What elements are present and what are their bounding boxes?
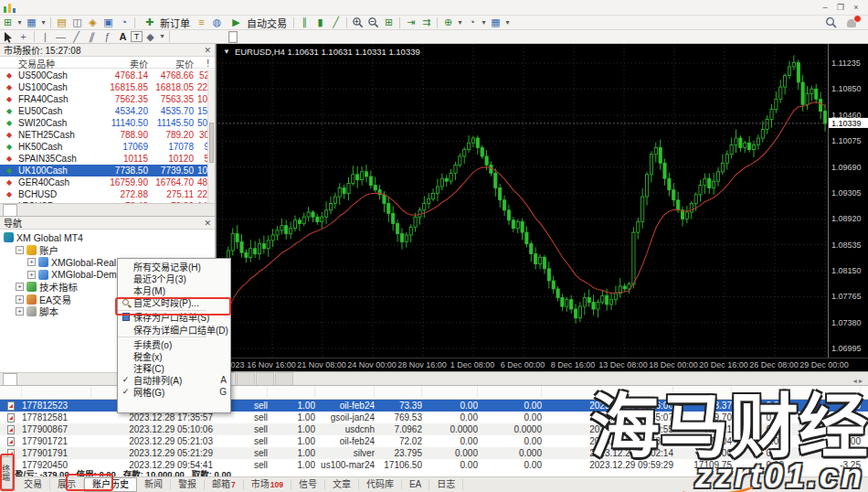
chart-tab[interactable] [237,372,255,385]
terminal-tab[interactable]: 市场109 [244,479,291,490]
chart-tab[interactable] [275,372,293,385]
timeframe-button[interactable] [250,31,259,43]
chart-time-axis[interactable]: 13 Nov 202316 Nov 16:0021 Nov 08:0024 No… [216,358,868,371]
history-column-header[interactable] [0,386,22,400]
market-watch-row[interactable]: UK100Cash 7738.50 7739.50 100 [0,165,215,176]
market-watch-toggle-icon[interactable]: ▤ [54,16,69,29]
market-watch-row[interactable]: SWI20Cash 11140.50 11145.50 500 [0,117,215,129]
terminal-side-tab[interactable]: 终端 [1,456,13,489]
context-menu-item[interactable]: ✓ 自动排列(A) A [118,374,230,386]
market-watch-row[interactable]: US500Cash 4768.14 4768.66 52 [0,70,215,81]
market-watch-tab[interactable] [18,204,33,216]
vertical-line-tool-icon[interactable]: | [37,30,53,43]
chart-shift-icon[interactable]: ⇉ [418,16,434,29]
metaeditor-icon[interactable]: ≡ [194,16,209,29]
data-window-icon[interactable]: ◫ [69,16,85,29]
context-menu-item[interactable]: ✓ 税金(x) [118,350,230,362]
terminal-tab[interactable]: 展示 [50,479,84,490]
context-menu-item[interactable]: ✓ 网格(G) G [118,386,230,398]
new-chart-dropdown-icon[interactable]: ▾ [16,16,24,29]
terminal-tab[interactable]: 日志 [429,479,463,490]
menu-item[interactable] [80,6,95,8]
price-chart[interactable]: ▼ EURUSD,H4 1.10631 1.10631 1.10331 1.10… [216,44,868,358]
menu-item[interactable] [110,6,124,8]
new-chart-icon[interactable]: ⊞ [0,16,16,29]
navigator-tab[interactable] [18,373,33,385]
new-order-button[interactable]: ✚新订单 [138,16,194,29]
indicators-icon[interactable]: ⊕ [440,16,456,29]
chart-tabs-scroll-icons[interactable]: ◂ ▸ [853,377,868,385]
market-watch-row[interactable]: SPAIN35Cash 10115 10120 5 [0,153,215,165]
zoom-out-icon[interactable] [365,16,381,29]
tree-expander-icon[interactable] [16,246,24,254]
market-watch-scrollbar[interactable] [207,70,215,203]
restore-button[interactable]: ❐ [834,3,847,12]
context-menu-item[interactable]: ✓ 保存为户口结单(S) [118,311,230,323]
notifications-icon[interactable] [846,16,859,28]
market-watch-row[interactable]: BCHUSD 272.88 275.11 223 [0,188,215,200]
market-watch-close-icon[interactable]: ✕ [204,46,211,55]
timeframe-button[interactable] [228,31,238,43]
history-column-header[interactable] [268,386,315,400]
arrows-dropdown-icon[interactable]: ▾ [158,30,166,43]
templates-icon[interactable]: ▦ [488,16,503,29]
context-menu-item[interactable]: ✓ 注释(C) [118,362,230,374]
terminal-tab[interactable]: 文章 [325,479,359,490]
candlestick-mode-icon[interactable]: ▮ [312,16,328,29]
col-ask[interactable]: 买价 [152,57,197,70]
periods-dropdown-icon[interactable]: ▾ [480,16,488,29]
market-watch-row[interactable]: EU50Cash 4534.20 4535.70 150 [0,105,215,117]
market-watch-row[interactable]: FRA40Cash 7562.35 7563.35 100 [0,93,215,105]
horizontal-line-tool-icon[interactable]: — [53,30,69,43]
crosshair-tool-icon[interactable]: + [16,30,31,43]
fibonacci-tool-icon[interactable]: ƒ [100,30,115,43]
navigator-close-icon[interactable]: ✕ [204,219,211,228]
terminal-tab[interactable]: 邮箱7 [205,479,244,490]
terminal-tab[interactable]: EA [402,479,429,490]
timeframe-button[interactable] [206,31,216,43]
terminal-tab[interactable]: 新闻 [137,479,171,490]
navigator-toggle-icon[interactable]: ◈ [85,16,101,29]
history-column-header[interactable] [22,386,91,400]
timeframe-button[interactable] [239,31,249,43]
navigator-tab[interactable] [3,373,17,385]
history-column-header[interactable] [375,386,422,400]
context-menu-item[interactable]: ✓ 最近3个月(3) [118,273,230,284]
terminal-toggle-icon[interactable]: ▣ [101,16,116,29]
context-menu-item[interactable]: ✓ 所有交易记录(H) [118,261,230,273]
tile-windows-icon[interactable]: ⊞ [381,16,397,29]
periods-icon[interactable]: ◔ [464,16,480,29]
market-watch-tab[interactable] [3,204,17,216]
strategy-tester-icon[interactable]: ◔ [116,16,132,29]
timeframe-button[interactable] [261,31,270,43]
timeframe-button[interactable] [185,31,194,43]
terminal-tab[interactable]: 信号 [291,479,325,490]
menu-item[interactable] [22,6,37,8]
col-bid[interactable]: 卖价 [97,57,152,70]
tree-expander-icon[interactable] [16,295,24,304]
context-menu-item[interactable]: ✓ 手续费(o) [118,338,230,350]
market-watch-row[interactable]: HK50Cash 17069 17078 9 [0,141,215,153]
menu-item[interactable] [37,6,51,8]
tree-expander-icon[interactable] [16,307,24,316]
navigator-tree-item[interactable]: 账户 [0,244,215,257]
market-watch-row[interactable]: NETH25Cash 788.90 789.20 30 [0,129,215,141]
arrows-tool-icon[interactable]: ◆ [143,30,158,43]
chart-collapse-icon[interactable]: ▼ [223,48,230,56]
terminal-tab[interactable]: 代码库 [359,479,402,490]
context-menu-item[interactable]: ✓ 自定义时段(P)... [118,296,230,308]
close-button[interactable]: × [850,3,863,12]
bar-chart-mode-icon[interactable]: ∥ [297,16,312,29]
col-spread[interactable]: ! [197,59,212,69]
terminal-tab[interactable]: 账户历史 [84,477,137,492]
zoom-in-icon[interactable] [350,16,365,29]
auto-scroll-icon[interactable]: ⇥ [403,16,418,29]
chart-tab[interactable] [256,372,274,385]
cursor-tool-icon[interactable] [0,30,16,43]
col-symbol[interactable]: 交易品种 [18,57,97,70]
history-column-header[interactable] [315,386,375,400]
scrollbar-thumb[interactable] [209,123,214,163]
text-label-tool-icon[interactable]: T [131,31,143,42]
timeframe-button[interactable] [217,31,227,43]
text-tool-icon[interactable]: A [115,30,131,43]
